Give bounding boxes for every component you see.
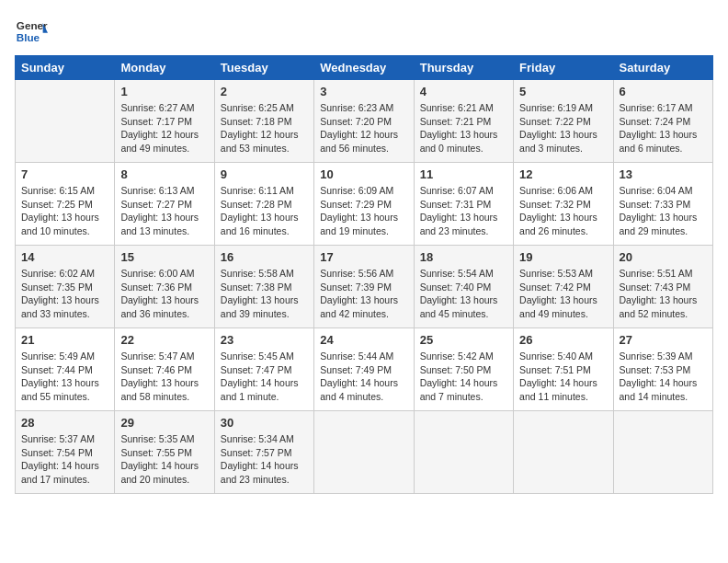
day-number: 23 — [221, 333, 308, 347]
day-number: 1 — [120, 85, 208, 98]
day-number: 6 — [620, 85, 707, 98]
cell-content: Sunrise: 6:13 AM Sunset: 7:27 PM Dayligh… — [120, 184, 208, 238]
day-header-sunday: Sunday — [16, 56, 115, 80]
day-number: 2 — [221, 85, 308, 98]
cell-content: Sunrise: 5:39 AM Sunset: 7:53 PM Dayligh… — [620, 350, 707, 404]
calendar-cell — [514, 411, 613, 494]
calendar-cell: 2Sunrise: 6:25 AM Sunset: 7:18 PM Daylig… — [214, 80, 313, 163]
calendar-body: 1Sunrise: 6:27 AM Sunset: 7:17 PM Daylig… — [16, 80, 713, 494]
cell-content: Sunrise: 5:42 AM Sunset: 7:50 PM Dayligh… — [420, 350, 507, 404]
day-header-friday: Friday — [514, 56, 613, 80]
day-number: 28 — [21, 416, 108, 430]
calendar-cell: 24Sunrise: 5:44 AM Sunset: 7:49 PM Dayli… — [314, 328, 414, 411]
calendar-cell: 23Sunrise: 5:45 AM Sunset: 7:47 PM Dayli… — [214, 328, 313, 411]
day-number: 3 — [320, 85, 407, 98]
day-header-wednesday: Wednesday — [314, 56, 414, 80]
calendar-cell — [613, 411, 712, 494]
calendar-table: SundayMondayTuesdayWednesdayThursdayFrid… — [15, 55, 713, 494]
calendar-cell — [414, 411, 513, 494]
calendar-cell: 30Sunrise: 5:34 AM Sunset: 7:57 PM Dayli… — [214, 411, 313, 494]
cell-content: Sunrise: 5:44 AM Sunset: 7:49 PM Dayligh… — [320, 350, 407, 404]
calendar-cell: 28Sunrise: 5:37 AM Sunset: 7:54 PM Dayli… — [16, 411, 115, 494]
cell-content: Sunrise: 5:58 AM Sunset: 7:38 PM Dayligh… — [221, 267, 308, 321]
cell-content: Sunrise: 5:35 AM Sunset: 7:55 PM Dayligh… — [120, 432, 208, 487]
calendar-cell: 27Sunrise: 5:39 AM Sunset: 7:53 PM Dayli… — [613, 328, 712, 411]
calendar-cell: 19Sunrise: 5:53 AM Sunset: 7:42 PM Dayli… — [514, 246, 613, 328]
calendar-cell — [314, 411, 414, 494]
cell-content: Sunrise: 6:06 AM Sunset: 7:32 PM Dayligh… — [519, 184, 607, 238]
cell-content: Sunrise: 5:34 AM Sunset: 7:57 PM Dayligh… — [221, 432, 308, 487]
cell-content: Sunrise: 6:04 AM Sunset: 7:33 PM Dayligh… — [620, 184, 707, 238]
calendar-week-row: 14Sunrise: 6:02 AM Sunset: 7:35 PM Dayli… — [16, 246, 713, 328]
calendar-cell: 10Sunrise: 6:09 AM Sunset: 7:29 PM Dayli… — [314, 163, 414, 246]
day-number: 18 — [420, 250, 507, 264]
day-number: 5 — [519, 85, 607, 98]
calendar-cell: 18Sunrise: 5:54 AM Sunset: 7:40 PM Dayli… — [414, 246, 513, 328]
day-number: 19 — [519, 250, 607, 264]
day-number: 25 — [420, 333, 507, 347]
day-number: 17 — [320, 250, 407, 264]
calendar-week-row: 28Sunrise: 5:37 AM Sunset: 7:54 PM Dayli… — [16, 411, 713, 494]
logo: General Blue — [15, 15, 48, 48]
calendar-week-row: 7Sunrise: 6:15 AM Sunset: 7:25 PM Daylig… — [16, 163, 713, 246]
cell-content: Sunrise: 5:49 AM Sunset: 7:44 PM Dayligh… — [21, 350, 108, 404]
cell-content: Sunrise: 5:56 AM Sunset: 7:39 PM Dayligh… — [320, 267, 407, 321]
cell-content: Sunrise: 5:53 AM Sunset: 7:42 PM Dayligh… — [519, 267, 607, 321]
calendar-cell: 22Sunrise: 5:47 AM Sunset: 7:46 PM Dayli… — [115, 328, 214, 411]
calendar-week-row: 21Sunrise: 5:49 AM Sunset: 7:44 PM Dayli… — [16, 328, 713, 411]
day-number: 16 — [221, 250, 308, 264]
day-number: 4 — [420, 85, 507, 98]
calendar-cell: 26Sunrise: 5:40 AM Sunset: 7:51 PM Dayli… — [514, 328, 613, 411]
calendar-cell: 11Sunrise: 6:07 AM Sunset: 7:31 PM Dayli… — [414, 163, 513, 246]
day-number: 12 — [519, 167, 607, 181]
day-number: 22 — [120, 333, 208, 347]
calendar-cell — [16, 80, 115, 163]
day-number: 15 — [120, 250, 208, 264]
day-header-thursday: Thursday — [414, 56, 513, 80]
logo-icon: General Blue — [15, 15, 48, 48]
day-header-monday: Monday — [115, 56, 214, 80]
page-header: General Blue — [15, 15, 713, 48]
cell-content: Sunrise: 5:51 AM Sunset: 7:43 PM Dayligh… — [620, 267, 707, 321]
svg-text:Blue: Blue — [17, 31, 40, 43]
cell-content: Sunrise: 6:09 AM Sunset: 7:29 PM Dayligh… — [320, 184, 407, 238]
cell-content: Sunrise: 6:21 AM Sunset: 7:21 PM Dayligh… — [420, 101, 507, 155]
cell-content: Sunrise: 6:07 AM Sunset: 7:31 PM Dayligh… — [420, 184, 507, 238]
day-number: 30 — [221, 416, 308, 430]
day-number: 8 — [120, 167, 208, 181]
cell-content: Sunrise: 6:25 AM Sunset: 7:18 PM Dayligh… — [221, 101, 308, 155]
calendar-cell: 25Sunrise: 5:42 AM Sunset: 7:50 PM Dayli… — [414, 328, 513, 411]
day-number: 14 — [21, 250, 108, 264]
calendar-cell: 6Sunrise: 6:17 AM Sunset: 7:24 PM Daylig… — [613, 80, 712, 163]
day-number: 29 — [120, 416, 208, 430]
day-number: 11 — [420, 167, 507, 181]
day-number: 20 — [620, 250, 707, 264]
calendar-cell: 12Sunrise: 6:06 AM Sunset: 7:32 PM Dayli… — [514, 163, 613, 246]
calendar-header-row: SundayMondayTuesdayWednesdayThursdayFrid… — [16, 56, 713, 80]
calendar-cell: 20Sunrise: 5:51 AM Sunset: 7:43 PM Dayli… — [613, 246, 712, 328]
day-number: 10 — [320, 167, 407, 181]
cell-content: Sunrise: 6:19 AM Sunset: 7:22 PM Dayligh… — [519, 101, 607, 155]
calendar-cell: 1Sunrise: 6:27 AM Sunset: 7:17 PM Daylig… — [115, 80, 214, 163]
calendar-cell: 9Sunrise: 6:11 AM Sunset: 7:28 PM Daylig… — [214, 163, 313, 246]
cell-content: Sunrise: 6:27 AM Sunset: 7:17 PM Dayligh… — [120, 101, 208, 155]
calendar-cell: 17Sunrise: 5:56 AM Sunset: 7:39 PM Dayli… — [314, 246, 414, 328]
day-number: 27 — [620, 333, 707, 347]
calendar-cell: 13Sunrise: 6:04 AM Sunset: 7:33 PM Dayli… — [613, 163, 712, 246]
calendar-cell: 16Sunrise: 5:58 AM Sunset: 7:38 PM Dayli… — [214, 246, 313, 328]
cell-content: Sunrise: 5:40 AM Sunset: 7:51 PM Dayligh… — [519, 350, 607, 404]
day-header-saturday: Saturday — [613, 56, 712, 80]
cell-content: Sunrise: 5:47 AM Sunset: 7:46 PM Dayligh… — [120, 350, 208, 404]
cell-content: Sunrise: 6:23 AM Sunset: 7:20 PM Dayligh… — [320, 101, 407, 155]
cell-content: Sunrise: 6:02 AM Sunset: 7:35 PM Dayligh… — [21, 267, 108, 321]
calendar-cell: 29Sunrise: 5:35 AM Sunset: 7:55 PM Dayli… — [115, 411, 214, 494]
cell-content: Sunrise: 6:17 AM Sunset: 7:24 PM Dayligh… — [620, 101, 707, 155]
day-number: 21 — [21, 333, 108, 347]
cell-content: Sunrise: 5:37 AM Sunset: 7:54 PM Dayligh… — [21, 432, 108, 487]
calendar-cell: 5Sunrise: 6:19 AM Sunset: 7:22 PM Daylig… — [514, 80, 613, 163]
calendar-cell: 3Sunrise: 6:23 AM Sunset: 7:20 PM Daylig… — [314, 80, 414, 163]
day-number: 24 — [320, 333, 407, 347]
calendar-cell: 15Sunrise: 6:00 AM Sunset: 7:36 PM Dayli… — [115, 246, 214, 328]
calendar-cell: 21Sunrise: 5:49 AM Sunset: 7:44 PM Dayli… — [16, 328, 115, 411]
cell-content: Sunrise: 6:00 AM Sunset: 7:36 PM Dayligh… — [120, 267, 208, 321]
